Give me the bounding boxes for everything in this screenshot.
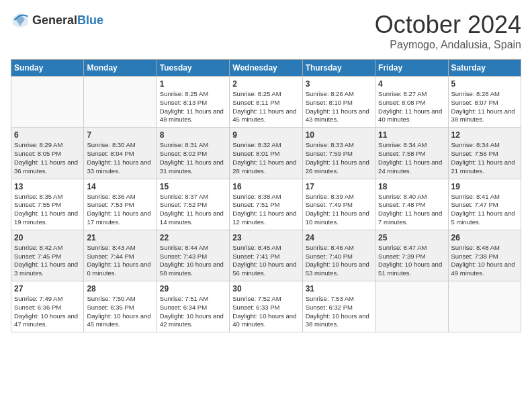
calendar-day-cell: 6Sunrise: 8:29 AMSunset: 8:05 PMDaylight…: [11, 128, 84, 179]
day-content: Sunrise: 8:42 AMSunset: 7:45 PMDaylight:…: [14, 244, 81, 278]
day-content: Sunrise: 8:39 AMSunset: 7:49 PMDaylight:…: [306, 193, 372, 227]
day-content: Sunrise: 7:51 AMSunset: 6:34 PMDaylight:…: [160, 295, 226, 329]
calendar-day-cell: 18Sunrise: 8:40 AMSunset: 7:48 PMDayligh…: [375, 179, 448, 230]
day-content: Sunrise: 8:37 AMSunset: 7:52 PMDaylight:…: [160, 193, 226, 227]
month-year-title: October 2024: [375, 11, 521, 39]
day-number: 14: [87, 182, 153, 191]
day-number: 25: [378, 233, 445, 242]
calendar-day-cell: 11Sunrise: 8:34 AMSunset: 7:58 PMDayligh…: [375, 128, 448, 179]
calendar-day-cell: 25Sunrise: 8:47 AMSunset: 7:39 PMDayligh…: [375, 230, 448, 281]
calendar-day-cell: 8Sunrise: 8:31 AMSunset: 8:02 PMDaylight…: [157, 128, 229, 179]
logo-blue-text: Blue: [77, 13, 103, 27]
day-content: Sunrise: 8:44 AMSunset: 7:43 PMDaylight:…: [160, 244, 226, 278]
calendar-day-cell: 21Sunrise: 8:43 AMSunset: 7:44 PMDayligh…: [84, 230, 157, 281]
day-number: 31: [306, 284, 372, 293]
day-content: Sunrise: 8:46 AMSunset: 7:40 PMDaylight:…: [306, 244, 372, 278]
day-content: Sunrise: 7:53 AMSunset: 6:32 PMDaylight:…: [306, 295, 372, 329]
day-number: 21: [87, 233, 153, 242]
day-content: Sunrise: 8:36 AMSunset: 7:53 PMDaylight:…: [87, 193, 153, 227]
day-number: 12: [451, 130, 518, 140]
calendar-day-cell: 26Sunrise: 8:48 AMSunset: 7:38 PMDayligh…: [448, 230, 521, 281]
day-number: 26: [451, 233, 518, 242]
day-content: Sunrise: 8:47 AMSunset: 7:39 PMDaylight:…: [378, 244, 445, 278]
calendar-day-cell: 14Sunrise: 8:36 AMSunset: 7:53 PMDayligh…: [84, 179, 157, 230]
day-content: Sunrise: 8:26 AMSunset: 8:10 PMDaylight:…: [306, 90, 372, 124]
calendar-day-cell: [11, 77, 84, 128]
calendar-day-cell: 22Sunrise: 8:44 AMSunset: 7:43 PMDayligh…: [157, 230, 229, 281]
calendar-week-row: 20Sunrise: 8:42 AMSunset: 7:45 PMDayligh…: [11, 230, 521, 281]
calendar-day-cell: 19Sunrise: 8:41 AMSunset: 7:47 PMDayligh…: [448, 179, 521, 230]
day-number: 11: [378, 130, 445, 140]
col-header-monday: Monday: [84, 60, 157, 77]
calendar-day-cell: 7Sunrise: 8:30 AMSunset: 8:04 PMDaylight…: [84, 128, 157, 179]
calendar-day-cell: 17Sunrise: 8:39 AMSunset: 7:49 PMDayligh…: [302, 179, 375, 230]
calendar-day-cell: 10Sunrise: 8:33 AMSunset: 7:59 PMDayligh…: [302, 128, 375, 179]
calendar-day-cell: 4Sunrise: 8:27 AMSunset: 8:08 PMDaylight…: [375, 77, 448, 128]
calendar-day-cell: 29Sunrise: 7:51 AMSunset: 6:34 PMDayligh…: [157, 281, 229, 332]
day-content: Sunrise: 8:25 AMSunset: 8:13 PMDaylight:…: [160, 90, 226, 124]
day-content: Sunrise: 8:30 AMSunset: 8:04 PMDaylight:…: [87, 141, 153, 175]
day-number: 27: [14, 284, 81, 293]
day-content: Sunrise: 7:49 AMSunset: 6:36 PMDaylight:…: [14, 295, 81, 329]
day-number: 15: [160, 182, 226, 191]
calendar-header-row: SundayMondayTuesdayWednesdayThursdayFrid…: [11, 60, 521, 77]
calendar-day-cell: 30Sunrise: 7:52 AMSunset: 6:33 PMDayligh…: [230, 281, 302, 332]
day-content: Sunrise: 8:43 AMSunset: 7:44 PMDaylight:…: [87, 244, 153, 278]
day-number: 28: [87, 284, 153, 293]
day-content: Sunrise: 8:29 AMSunset: 8:05 PMDaylight:…: [14, 141, 81, 175]
day-number: 22: [160, 233, 226, 242]
calendar-day-cell: 3Sunrise: 8:26 AMSunset: 8:10 PMDaylight…: [302, 77, 375, 128]
calendar-day-cell: 23Sunrise: 8:45 AMSunset: 7:41 PMDayligh…: [230, 230, 302, 281]
day-content: Sunrise: 8:31 AMSunset: 8:02 PMDaylight:…: [160, 141, 226, 175]
day-number: 10: [306, 130, 372, 140]
calendar-week-row: 6Sunrise: 8:29 AMSunset: 8:05 PMDaylight…: [11, 128, 521, 179]
logo: GeneralBlue: [11, 11, 103, 30]
day-content: Sunrise: 8:38 AMSunset: 7:51 PMDaylight:…: [232, 193, 299, 227]
calendar-day-cell: [375, 281, 448, 332]
calendar-day-cell: 5Sunrise: 8:28 AMSunset: 8:07 PMDaylight…: [448, 77, 521, 128]
calendar-week-row: 27Sunrise: 7:49 AMSunset: 6:36 PMDayligh…: [11, 281, 521, 332]
day-content: Sunrise: 8:27 AMSunset: 8:08 PMDaylight:…: [378, 90, 445, 124]
day-number: 3: [306, 79, 372, 89]
logo-icon: [11, 11, 30, 30]
day-content: Sunrise: 8:34 AMSunset: 7:58 PMDaylight:…: [378, 141, 445, 175]
title-block: October 2024 Paymogo, Andalusia, Spain: [375, 11, 521, 51]
day-number: 7: [87, 130, 153, 140]
calendar-day-cell: [448, 281, 521, 332]
day-content: Sunrise: 8:28 AMSunset: 8:07 PMDaylight:…: [451, 90, 518, 124]
calendar-week-row: 1Sunrise: 8:25 AMSunset: 8:13 PMDaylight…: [11, 77, 521, 128]
calendar-day-cell: [84, 77, 157, 128]
day-number: 16: [232, 182, 299, 191]
day-number: 29: [160, 284, 226, 293]
calendar-day-cell: 12Sunrise: 8:34 AMSunset: 7:56 PMDayligh…: [448, 128, 521, 179]
day-content: Sunrise: 8:35 AMSunset: 7:55 PMDaylight:…: [14, 193, 81, 227]
day-number: 19: [451, 182, 518, 191]
day-content: Sunrise: 8:34 AMSunset: 7:56 PMDaylight:…: [451, 141, 518, 175]
calendar-day-cell: 27Sunrise: 7:49 AMSunset: 6:36 PMDayligh…: [11, 281, 84, 332]
day-content: Sunrise: 8:41 AMSunset: 7:47 PMDaylight:…: [451, 193, 518, 227]
calendar-day-cell: 13Sunrise: 8:35 AMSunset: 7:55 PMDayligh…: [11, 179, 84, 230]
calendar-day-cell: 24Sunrise: 8:46 AMSunset: 7:40 PMDayligh…: [302, 230, 375, 281]
day-content: Sunrise: 8:40 AMSunset: 7:48 PMDaylight:…: [378, 193, 445, 227]
logo-general-text: General: [32, 13, 77, 27]
calendar-week-row: 13Sunrise: 8:35 AMSunset: 7:55 PMDayligh…: [11, 179, 521, 230]
location-subtitle: Paymogo, Andalusia, Spain: [375, 39, 521, 51]
day-content: Sunrise: 8:32 AMSunset: 8:01 PMDaylight:…: [232, 141, 299, 175]
calendar-day-cell: 1Sunrise: 8:25 AMSunset: 8:13 PMDaylight…: [157, 77, 229, 128]
day-number: 17: [306, 182, 372, 191]
col-header-saturday: Saturday: [448, 60, 521, 77]
col-header-friday: Friday: [375, 60, 448, 77]
day-content: Sunrise: 7:50 AMSunset: 6:35 PMDaylight:…: [87, 295, 153, 329]
calendar-table: SundayMondayTuesdayWednesdayThursdayFrid…: [11, 59, 521, 332]
day-number: 1: [160, 79, 226, 89]
calendar-day-cell: 16Sunrise: 8:38 AMSunset: 7:51 PMDayligh…: [230, 179, 302, 230]
day-number: 8: [160, 130, 226, 140]
day-number: 20: [14, 233, 81, 242]
day-number: 2: [232, 79, 299, 89]
day-number: 23: [232, 233, 299, 242]
day-content: Sunrise: 7:52 AMSunset: 6:33 PMDaylight:…: [232, 295, 299, 329]
calendar-day-cell: 15Sunrise: 8:37 AMSunset: 7:52 PMDayligh…: [157, 179, 229, 230]
col-header-sunday: Sunday: [11, 60, 84, 77]
calendar-day-cell: 2Sunrise: 8:25 AMSunset: 8:11 PMDaylight…: [230, 77, 302, 128]
page-header: GeneralBlue October 2024 Paymogo, Andalu…: [11, 11, 521, 51]
